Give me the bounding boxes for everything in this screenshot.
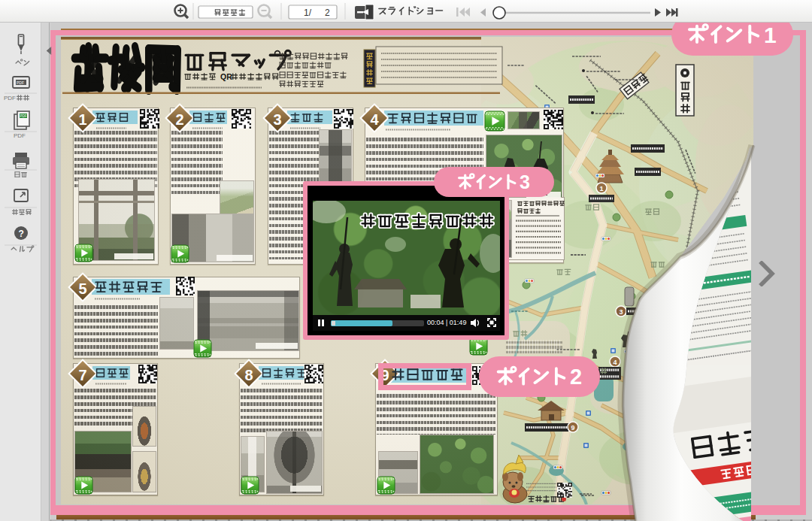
svg-text:1/: 1/ bbox=[304, 8, 312, 18]
svg-text:?: ? bbox=[19, 229, 24, 239]
svg-text:PDF: PDF bbox=[14, 132, 26, 139]
svg-text:PDF: PDF bbox=[20, 114, 27, 118]
svg-text:2: 2 bbox=[325, 8, 330, 18]
svg-text:PDF: PDF bbox=[17, 80, 24, 85]
svg-text:PDF: PDF bbox=[4, 95, 16, 101]
